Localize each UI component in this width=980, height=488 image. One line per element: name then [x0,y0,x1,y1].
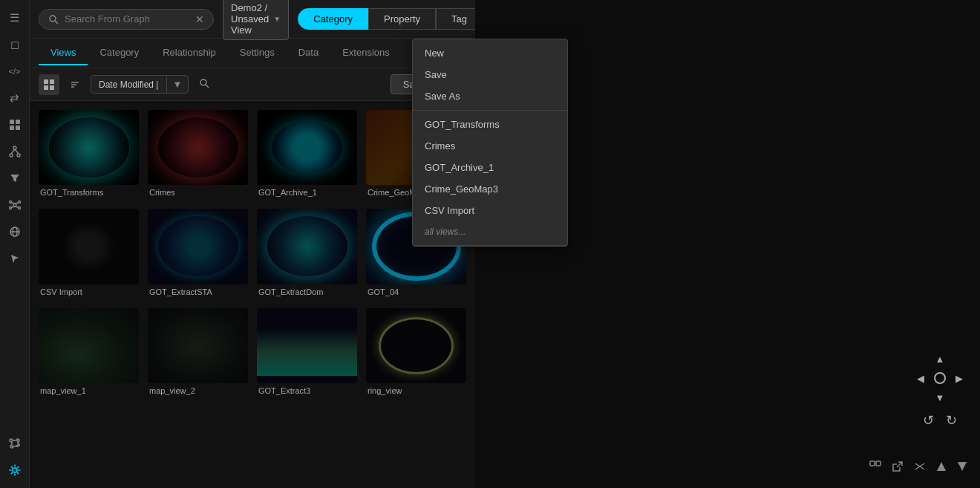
nav-right-icon[interactable]: ▶ [952,371,967,385]
svg-point-11 [18,201,20,204]
graph-icon[interactable] [3,193,27,217]
view-label: GOT_Extract3 [257,383,357,398]
hamburger-icon[interactable]: ☰ [3,6,27,30]
pointer-icon[interactable] [3,247,27,270]
dropdown-item-got-transforms[interactable]: GOT_Transforms [413,114,567,135]
svg-rect-0 [10,120,14,124]
svg-marker-21 [11,255,19,263]
nav-down-icon[interactable]: ▼ [932,390,947,405]
view-label: GOT_ExtractDom [257,284,357,299]
svg-point-23 [13,468,17,472]
view-card[interactable]: map_view_1 [39,308,139,398]
svg-point-33 [200,79,206,85]
hierarchy-icon[interactable] [3,140,27,163]
date-filter-arrow-icon[interactable]: ▼ [167,76,189,93]
view-card[interactable]: CSV Import [39,209,139,299]
globe-icon[interactable] [3,220,27,244]
dropdown-item-csv-import[interactable]: CSV Import [413,200,567,221]
search-icon [48,14,59,25]
dropdown-menu: New Save Save As GOT_Transforms Crimes G… [412,39,568,247]
svg-rect-3 [16,126,20,130]
svg-point-4 [13,146,16,149]
sort-button[interactable] [65,77,85,93]
nav-center[interactable] [934,372,946,384]
settings-icon[interactable] [3,458,27,482]
crosshair-icon[interactable] [913,460,927,476]
nav-up-icon[interactable]: ▲ [932,351,947,366]
arrows-icon[interactable]: ⇄ [3,86,27,110]
tab-category[interactable]: Category [298,8,368,30]
view-card[interactable]: ring_view [366,308,466,398]
up-fill-icon[interactable] [935,461,947,475]
svg-rect-27 [50,79,54,84]
down-fill-icon[interactable] [956,461,968,475]
tabs-row: Views Category Relationship Settings Dat… [30,39,475,68]
dropdown-item-crime-geomap[interactable]: Crime_GeoMap3 [413,178,567,200]
view-card[interactable]: GOT_Extract3 [257,308,357,398]
search-box[interactable]: ✕ [39,9,214,30]
toolbar-search-button[interactable] [195,75,214,94]
dropdown-item-crimes[interactable]: Crimes [413,135,567,157]
main-panel: ✕ Demo2 / Unsaved View ▼ Category Proper… [30,0,475,488]
nav-controls: ▲ ◀ ▶ ▼ ↺ ↻ [912,350,968,429]
tab-property[interactable]: Property [368,8,436,30]
filter-icon[interactable] [3,166,27,190]
svg-point-13 [18,207,20,209]
grid-view-button[interactable] [39,74,59,95]
code-icon[interactable]: </> [3,59,27,83]
view-label: GOT_Transforms [39,185,139,200]
view-label: GOT_ExtractSTA [148,284,248,299]
rotate-right-icon[interactable]: ↻ [946,412,957,429]
tab-relationship[interactable]: Relationship [151,41,228,65]
svg-rect-28 [44,85,48,90]
tab-views[interactable]: Views [39,41,88,65]
dropdown-item-new[interactable]: New [413,42,567,64]
svg-rect-35 [870,461,875,466]
svg-point-10 [9,201,11,204]
view-card[interactable]: GOT_ExtractDom [257,209,357,299]
view-label: GOT_Archive_1 [257,185,357,200]
view-card[interactable]: map_view_2 [148,308,248,398]
view-label: Crimes [148,185,248,200]
svg-line-17 [15,206,19,207]
tab-tag[interactable]: Tag [436,8,475,30]
date-filter[interactable]: Date Modified | ▼ [91,75,189,94]
dropdown-section-actions: New Save Save As [413,39,567,111]
svg-marker-41 [958,462,967,471]
dropdown-item-all-views[interactable]: all views... [413,221,567,242]
svg-point-24 [50,16,56,22]
expand-icon[interactable] [869,460,882,476]
search-input[interactable] [65,13,189,25]
dropdown-item-save[interactable]: Save [413,64,567,85]
export-icon[interactable] [891,460,904,476]
view-card[interactable]: GOT_Transforms [39,110,139,200]
tab-extensions[interactable]: Extensions [330,41,402,65]
view-card[interactable]: GOT_Archive_1 [257,110,357,200]
file-icon[interactable]: ◻ [3,33,27,56]
dropdown-section-views: GOT_Transforms Crimes GOT_Archive_1 Crim… [413,111,567,246]
svg-rect-1 [16,120,20,124]
rotate-left-icon[interactable]: ↺ [923,412,934,429]
dropdown-item-got-archive[interactable]: GOT_Archive_1 [413,157,567,178]
svg-line-34 [206,85,209,88]
svg-rect-36 [876,461,881,466]
dropdown-save-label: Save [425,69,447,80]
dropdown-item-saveas[interactable]: Save As [413,85,567,107]
tab-data[interactable]: Data [287,41,330,65]
view-label: GOT_04 [366,284,466,299]
tab-category[interactable]: Category [88,41,151,65]
svg-rect-29 [50,85,54,90]
tab-settings[interactable]: Settings [228,41,287,65]
view-selector-label: Demo2 / Unsaved View [231,2,269,36]
view-card[interactable]: Crimes [148,110,248,200]
svg-rect-2 [10,126,14,130]
table-icon[interactable] [3,113,27,137]
nav-cross: ▲ ◀ ▶ ▼ [912,350,968,406]
nav-rotate: ↺ ↻ [923,412,957,429]
nav-left-icon[interactable]: ◀ [913,371,928,385]
view-selector[interactable]: Demo2 / Unsaved View ▼ [223,0,289,40]
command-icon[interactable] [3,432,27,455]
search-clear-icon[interactable]: ✕ [195,13,204,25]
views-grid: GOT_TransformsCrimesGOT_Archive_1Crime_G… [30,101,475,488]
view-card[interactable]: GOT_ExtractSTA [148,209,248,299]
